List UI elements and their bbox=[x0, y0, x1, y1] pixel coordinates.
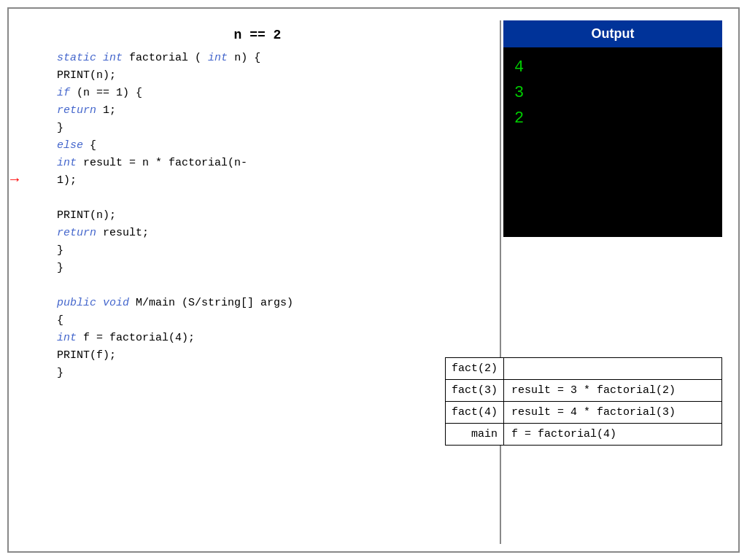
stack-value-fact2 bbox=[504, 358, 721, 379]
code-line-2: PRINT(n); bbox=[57, 67, 487, 85]
code-line-5: } bbox=[57, 120, 487, 137]
keyword-int-result: int bbox=[57, 157, 77, 169]
n-value-label: n == 2 bbox=[28, 28, 487, 42]
call-stack-row-fact4: fact(4) result = 4 * factorial(3) bbox=[446, 402, 721, 424]
code-line-13: } bbox=[57, 260, 487, 277]
keyword-public: public bbox=[57, 297, 96, 309]
code-line-14 bbox=[57, 277, 487, 295]
keyword-return-2: return bbox=[57, 227, 96, 239]
stack-value-fact3: result = 3 * factorial(2) bbox=[504, 380, 721, 401]
code-line-1: static int factorial ( int n) { bbox=[57, 50, 487, 67]
keyword-int-param: int bbox=[208, 52, 228, 64]
keyword-int-1: int bbox=[103, 52, 123, 64]
output-body: 4 3 2 bbox=[503, 47, 722, 237]
code-line-17: int f = factorial(4); bbox=[57, 330, 487, 347]
code-area: n == 2 static int factorial ( int n) { P… bbox=[20, 20, 495, 544]
stack-label-fact3: fact(3) bbox=[446, 380, 504, 401]
call-stack-row-fact2: fact(2) bbox=[446, 358, 721, 380]
code-line-9 bbox=[57, 190, 487, 207]
keyword-else: else bbox=[57, 139, 83, 152]
execution-arrow: → bbox=[10, 171, 19, 188]
output-panel: Output 4 3 2 bbox=[503, 20, 722, 246]
code-line-10: PRINT(n); bbox=[57, 207, 487, 225]
stack-label-fact2: fact(2) bbox=[446, 358, 504, 379]
keyword-return-1: return bbox=[57, 104, 96, 117]
keyword-static: static bbox=[57, 52, 96, 64]
code-line-8: 1); bbox=[57, 172, 487, 190]
code-line-3: if (n == 1) { bbox=[57, 85, 487, 102]
call-stack-row-main: main f = factorial(4) bbox=[446, 424, 721, 445]
keyword-void: void bbox=[103, 297, 129, 309]
code-line-7: int result = n * factorial(n- bbox=[57, 155, 487, 172]
code-line-16: { bbox=[57, 312, 487, 330]
code-line-18: PRINT(f); bbox=[57, 347, 487, 365]
stack-label-main: main bbox=[446, 424, 504, 445]
call-stack-row-fact3: fact(3) result = 3 * factorial(2) bbox=[446, 380, 721, 402]
code-line-19: } bbox=[57, 365, 487, 382]
code-line-6: else { bbox=[57, 137, 487, 155]
stack-value-main: f = factorial(4) bbox=[504, 424, 721, 445]
code-line-12: } bbox=[57, 242, 487, 260]
code-line-15: public void M/main (S/string[] args) bbox=[57, 295, 487, 312]
output-value-1: 4 bbox=[514, 55, 711, 80]
keyword-int-f: int bbox=[57, 332, 77, 344]
call-stack-table: fact(2) fact(3) result = 3 * factorial(2… bbox=[445, 357, 722, 446]
output-value-2: 3 bbox=[514, 80, 711, 106]
code-line-11: return result; bbox=[57, 225, 487, 242]
keyword-if: if bbox=[57, 87, 70, 99]
output-value-3: 2 bbox=[514, 106, 711, 131]
output-title: Output bbox=[503, 20, 722, 47]
stack-label-fact4: fact(4) bbox=[446, 402, 504, 423]
stack-value-fact4: result = 4 * factorial(3) bbox=[504, 402, 721, 423]
code-block: static int factorial ( int n) { PRINT(n)… bbox=[57, 50, 487, 382]
code-line-4: return 1; bbox=[57, 102, 487, 120]
vertical-separator bbox=[500, 20, 501, 544]
